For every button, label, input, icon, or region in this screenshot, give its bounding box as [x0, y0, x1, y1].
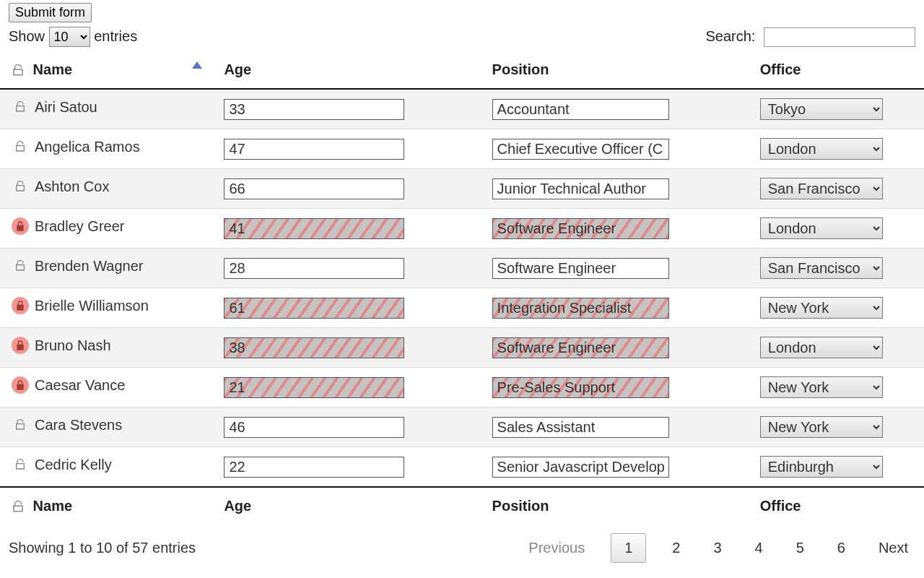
name-cell: Brenden Wagner — [0, 249, 212, 283]
office-select[interactable]: TokyoLondonSan FranciscoNew YorkEdinburg… — [760, 98, 883, 120]
column-footer-name: Name — [0, 487, 212, 525]
row-name: Brenden Wagner — [35, 258, 143, 275]
pagination-previous: Previous — [521, 535, 592, 561]
row-name: Caesar Vance — [35, 377, 125, 394]
office-select[interactable]: TokyoLondonSan FranciscoNew YorkEdinburg… — [760, 138, 883, 160]
position-input[interactable] — [492, 457, 669, 478]
name-cell: Bruno Nash — [0, 328, 212, 363]
column-footer-age: Age — [212, 487, 480, 525]
name-cell: Cedric Kelly — [0, 447, 212, 482]
column-header-office[interactable]: Office — [749, 51, 924, 89]
unlocked-icon[interactable] — [12, 98, 29, 116]
unlocked-icon[interactable] — [12, 138, 29, 155]
unlocked-icon[interactable] — [12, 416, 29, 434]
age-input[interactable] — [224, 417, 404, 438]
locked-icon[interactable] — [12, 217, 29, 235]
position-input[interactable] — [492, 99, 669, 120]
name-cell: Bradley Greer — [0, 209, 212, 243]
row-name: Bruno Nash — [35, 337, 111, 354]
age-input[interactable] — [224, 457, 404, 478]
unlocked-icon[interactable] — [12, 257, 29, 275]
column-header-age-label: Age — [224, 61, 251, 77]
length-prefix: Show — [9, 28, 45, 44]
entries-per-page-select[interactable]: 102550100 — [49, 27, 90, 47]
locked-icon[interactable] — [12, 297, 29, 314]
pagination-page-4[interactable]: 4 — [748, 535, 770, 561]
pagination-page-5[interactable]: 5 — [789, 535, 811, 561]
length-control: Show 102550100 entries — [9, 27, 137, 47]
age-input — [224, 377, 404, 398]
lock-icon — [12, 500, 26, 514]
sort-asc-icon — [192, 61, 202, 69]
name-cell: Cara Stevens — [0, 407, 212, 442]
office-select[interactable]: TokyoLondonSan FranciscoNew YorkEdinburg… — [760, 337, 883, 358]
table-row: Bradley GreerTokyoLondonSan FranciscoNew… — [0, 209, 924, 249]
office-select[interactable]: TokyoLondonSan FranciscoNew YorkEdinburg… — [760, 257, 883, 279]
table-row: Cara StevensTokyoLondonSan FranciscoNew … — [0, 407, 924, 447]
row-name: Cedric Kelly — [35, 457, 112, 473]
row-name: Airi Satou — [35, 99, 97, 116]
table-row: Bruno NashTokyoLondonSan FranciscoNew Yo… — [0, 328, 924, 368]
locked-icon[interactable] — [12, 337, 29, 354]
table-row: Brielle WilliamsonTokyoLondonSan Francis… — [0, 288, 924, 328]
lock-icon — [12, 64, 26, 78]
data-table: Name Age Position Office Airi SatouTokyo… — [0, 51, 924, 525]
unlocked-icon[interactable] — [12, 178, 29, 195]
pagination-next[interactable]: Next — [871, 535, 915, 561]
position-input — [492, 218, 669, 239]
row-name: Bradley Greer — [35, 218, 125, 235]
office-select[interactable]: TokyoLondonSan FranciscoNew YorkEdinburg… — [760, 178, 883, 199]
office-select[interactable]: TokyoLondonSan FranciscoNew YorkEdinburg… — [760, 456, 883, 478]
pagination-page-2[interactable]: 2 — [665, 535, 687, 561]
column-footer-position: Position — [481, 487, 749, 525]
locked-icon[interactable] — [12, 376, 29, 394]
search-label: Search: — [706, 28, 756, 44]
submit-form-button[interactable]: Submit form — [9, 3, 92, 22]
column-header-position[interactable]: Position — [481, 51, 749, 89]
table-row: Brenden WagnerTokyoLondonSan FranciscoNe… — [0, 249, 924, 288]
age-input — [224, 337, 404, 358]
name-cell: Ashton Cox — [0, 169, 212, 204]
name-cell: Airi Satou — [0, 90, 212, 124]
age-input[interactable] — [224, 99, 404, 120]
table-row: Caesar VanceTokyoLondonSan FranciscoNew … — [0, 368, 924, 407]
position-input[interactable] — [492, 258, 669, 279]
office-select[interactable]: TokyoLondonSan FranciscoNew YorkEdinburg… — [760, 416, 883, 438]
name-cell: Caesar Vance — [0, 368, 212, 402]
age-input — [224, 298, 404, 319]
column-header-age[interactable]: Age — [212, 51, 480, 89]
position-input[interactable] — [492, 417, 669, 438]
age-input — [224, 218, 404, 239]
unlocked-icon[interactable] — [12, 456, 29, 473]
office-select[interactable]: TokyoLondonSan FranciscoNew YorkEdinburg… — [760, 217, 883, 239]
age-input[interactable] — [224, 139, 404, 160]
search-input[interactable] — [764, 27, 915, 47]
pagination: Previous123456Next — [521, 533, 915, 563]
column-header-name[interactable]: Name — [0, 51, 212, 89]
row-name: Angelica Ramos — [35, 139, 140, 155]
row-name: Ashton Cox — [35, 178, 109, 195]
position-input — [492, 377, 669, 398]
position-input — [492, 298, 669, 319]
position-input[interactable] — [492, 139, 669, 160]
row-name: Cara Stevens — [35, 417, 122, 434]
office-select[interactable]: TokyoLondonSan FranciscoNew YorkEdinburg… — [760, 297, 883, 319]
table-row: Angelica RamosTokyoLondonSan FranciscoNe… — [0, 129, 924, 169]
table-row: Airi SatouTokyoLondonSan FranciscoNew Yo… — [0, 89, 924, 129]
pagination-page-1[interactable]: 1 — [611, 533, 646, 563]
table-info: Showing 1 to 10 of 57 entries — [9, 540, 196, 556]
search-control: Search: — [706, 27, 916, 47]
age-input[interactable] — [224, 258, 404, 279]
age-input[interactable] — [224, 178, 404, 199]
name-cell: Angelica Ramos — [0, 129, 212, 164]
position-input[interactable] — [492, 178, 669, 199]
position-input — [492, 337, 669, 358]
pagination-page-6[interactable]: 6 — [830, 535, 853, 561]
table-row: Ashton CoxTokyoLondonSan FranciscoNew Yo… — [0, 169, 924, 209]
column-header-position-label: Position — [492, 61, 549, 77]
office-select[interactable]: TokyoLondonSan FranciscoNew YorkEdinburg… — [760, 376, 883, 398]
table-row: Cedric KellyTokyoLondonSan FranciscoNew … — [0, 447, 924, 488]
length-suffix: entries — [94, 28, 137, 44]
pagination-page-3[interactable]: 3 — [706, 535, 728, 561]
column-header-name-label: Name — [33, 61, 72, 77]
